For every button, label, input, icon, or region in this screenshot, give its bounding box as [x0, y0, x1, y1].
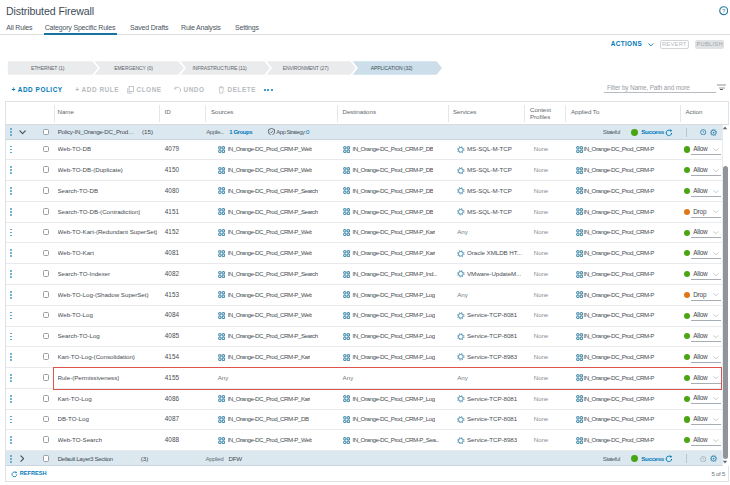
svg-text:ETHERNET (1): ETHERNET (1) [31, 65, 65, 71]
svg-text:ENVIRONMENT (27): ENVIRONMENT (27) [283, 65, 329, 71]
svg-text:EMERGENCY (0): EMERGENCY (0) [114, 65, 153, 71]
svg-text:INFRASTRUCTURE (11): INFRASTRUCTURE (11) [192, 65, 247, 71]
svg-text:?: ? [722, 8, 725, 14]
svg-text:APPLICATION (32): APPLICATION (32) [371, 65, 413, 71]
